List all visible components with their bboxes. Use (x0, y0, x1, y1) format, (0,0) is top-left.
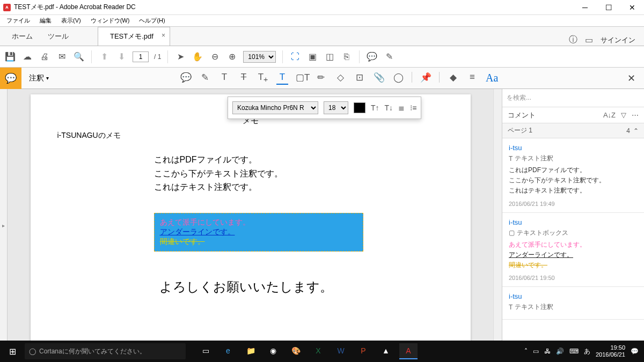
line-weight-icon[interactable]: ≡ (466, 72, 478, 85)
pencil-icon[interactable]: ✏ (315, 72, 327, 85)
filter-icon[interactable]: ▽ (621, 111, 626, 119)
volume-icon[interactable]: 🔊 (556, 348, 564, 355)
page-number-input[interactable] (133, 51, 149, 62)
tab-close-icon[interactable]: × (162, 32, 165, 39)
search-placeholder-text: を検索... (507, 93, 531, 102)
word-icon[interactable]: W (332, 343, 350, 359)
taskbar-apps: ▭ e 📁 ◉ 🎨 X W P ▲ A (196, 343, 418, 359)
comments-count: 4 (626, 127, 630, 135)
tab-tools[interactable]: ツール (40, 27, 76, 46)
font-style-icon[interactable]: Aa (486, 72, 497, 85)
comment-type: ▢ テキストボックス (509, 228, 638, 238)
comment-toolbar-label[interactable]: 注釈 ▾ (21, 73, 56, 83)
menu-file[interactable]: ファイル (2, 16, 34, 26)
fill-icon[interactable]: ◆ (447, 72, 459, 85)
menu-edit[interactable]: 編集 (35, 16, 56, 26)
speech-icon[interactable]: 💬 (366, 51, 378, 63)
paint-icon[interactable]: 🎨 (287, 343, 305, 359)
text-box-icon[interactable]: ▢T (296, 72, 308, 85)
save-icon[interactable]: 💾 (4, 51, 16, 63)
misc-app-icon[interactable]: ▲ (377, 343, 395, 359)
menu-view[interactable]: 表示(V) (57, 16, 85, 26)
comment-item[interactable]: i-tsu ▢ テキストボックス あえて派手にしています。 アンダーラインです。… (502, 213, 644, 287)
cloud-upload-icon[interactable]: ☁ (21, 51, 33, 63)
list-icon[interactable]: ⁝≡ (410, 104, 416, 112)
zoom-select[interactable]: 101% (243, 51, 276, 63)
cortana-search[interactable]: ◯ Cortanaに何か聞いてみてください。 (25, 343, 186, 359)
tray-chevron-icon[interactable]: ˄ (524, 348, 528, 355)
more-icon[interactable]: ⋯ (632, 111, 639, 119)
page-up-icon[interactable]: ⬆ (98, 51, 110, 63)
add-text-icon[interactable]: T (276, 72, 288, 85)
sort-icon[interactable]: A↓Z (603, 111, 616, 119)
highlighter-icon[interactable]: ✎ (199, 72, 211, 85)
read-mode-icon[interactable]: ⎘ (341, 51, 353, 63)
tab-home[interactable]: ホーム (4, 27, 40, 46)
signin-link[interactable]: サインイン (601, 35, 635, 45)
menu-window[interactable]: ウィンドウ(W) (86, 16, 134, 26)
pin-icon[interactable]: 📌 (420, 72, 431, 85)
comment-item[interactable]: i-tsu T テキスト注釈 (502, 287, 644, 320)
eraser-icon[interactable]: ◇ (334, 72, 346, 85)
decrease-font-icon[interactable]: T↓ (385, 104, 393, 112)
notifications-icon[interactable]: 💬 (631, 348, 639, 355)
comments-list[interactable]: i-tsu T テキスト注釈 これはPDFファイルです。 ここから下がテキスト注… (502, 138, 644, 361)
view-mode-icon[interactable]: ◫ (324, 51, 335, 63)
zoom-out-icon[interactable]: ⊖ (209, 51, 221, 63)
minimize-button[interactable]: ─ (573, 0, 597, 15)
acrobat-task-icon[interactable]: A (399, 343, 418, 359)
chrome-icon[interactable]: ◉ (264, 343, 282, 359)
zoom-in-icon[interactable]: ⊕ (226, 51, 238, 63)
action-center-icon[interactable]: ▭ (533, 348, 539, 355)
network-icon[interactable]: 🖧 (544, 348, 551, 355)
shapes-icon[interactable]: ◯ (392, 72, 404, 85)
keyboard-icon[interactable]: ⌨ (569, 348, 579, 355)
taskbar-clock[interactable]: 19:50 2016/06/21 (596, 344, 625, 358)
menu-help[interactable]: ヘルプ(H) (135, 16, 169, 26)
chevron-up-icon[interactable]: ⌃ (633, 127, 639, 135)
comments-search[interactable]: を検索... (502, 89, 644, 107)
strikethrough-icon[interactable]: T (238, 72, 250, 85)
comments-page-bar[interactable]: ページ 1 4 ⌃ (502, 123, 644, 138)
page-down-icon[interactable]: ⬇ (115, 51, 127, 63)
edge-icon[interactable]: e (219, 343, 237, 359)
stamp-icon[interactable]: ⊡ (354, 72, 365, 85)
ime-indicator[interactable]: あ (584, 347, 590, 356)
help-icon[interactable]: ⓘ (569, 34, 577, 46)
mobile-icon[interactable]: ▭ (585, 35, 593, 45)
maximize-button[interactable]: ☐ (597, 0, 620, 15)
task-view-icon[interactable]: ▭ (196, 343, 215, 359)
fit-page-icon[interactable]: ▣ (306, 51, 318, 63)
document-pane[interactable]: Kozuka Mincho Pr6N R 18 T↑ T↓ ≣ ⁝≡ メモ i-… (8, 89, 493, 361)
left-panel-toggle[interactable]: ▸ (0, 89, 8, 361)
excel-icon[interactable]: X (309, 343, 327, 359)
comment-item[interactable]: i-tsu T テキスト注釈 これはPDFファイルです。 ここから下がテキスト注… (502, 138, 644, 213)
email-icon[interactable]: ✉ (56, 51, 68, 63)
doc-body: これはPDFファイルです。 ここから下がテキスト注釈です。 これはテキスト注釈で… (154, 153, 444, 194)
search-icon[interactable]: 🔍 (73, 51, 85, 63)
start-button[interactable]: ⊞ (0, 346, 25, 357)
line-spacing-icon[interactable]: ≣ (398, 104, 405, 112)
powerpoint-icon[interactable]: P (354, 343, 372, 359)
doc-scrollbar[interactable] (493, 89, 502, 361)
doc-closing-line[interactable]: よろしくお願いいたします。 (159, 278, 444, 295)
insert-text-icon[interactable]: T+ (257, 72, 269, 85)
explorer-icon[interactable]: 📁 (241, 343, 260, 359)
font-family-select[interactable]: Kozuka Mincho Pr6N R (232, 101, 318, 114)
highlight-icon[interactable]: ✎ (383, 51, 395, 63)
font-color-swatch[interactable] (354, 102, 365, 113)
sticky-note-icon[interactable]: 💬 (180, 72, 192, 85)
text-tool-icon[interactable]: T (218, 72, 230, 85)
attach-icon[interactable]: 📎 (373, 72, 385, 85)
close-toolbar-icon[interactable]: ✕ (627, 72, 635, 84)
hand-icon[interactable]: ✋ (192, 51, 203, 63)
increase-font-icon[interactable]: T↑ (371, 104, 379, 112)
print-icon[interactable]: 🖨 (39, 51, 50, 63)
pointer-icon[interactable]: ➤ (174, 51, 186, 63)
doc-textbox-annotation[interactable]: あえて派手にしています。 アンダーラインです。 間違いです。 (154, 213, 363, 252)
fit-width-icon[interactable]: ⛶ (289, 51, 301, 63)
font-size-select[interactable]: 18 (324, 101, 348, 114)
comment-mode-icon[interactable]: 💬 (0, 68, 21, 89)
close-button[interactable]: ✕ (620, 0, 644, 15)
tab-document[interactable]: TESTメモ.pdf × (98, 27, 170, 46)
